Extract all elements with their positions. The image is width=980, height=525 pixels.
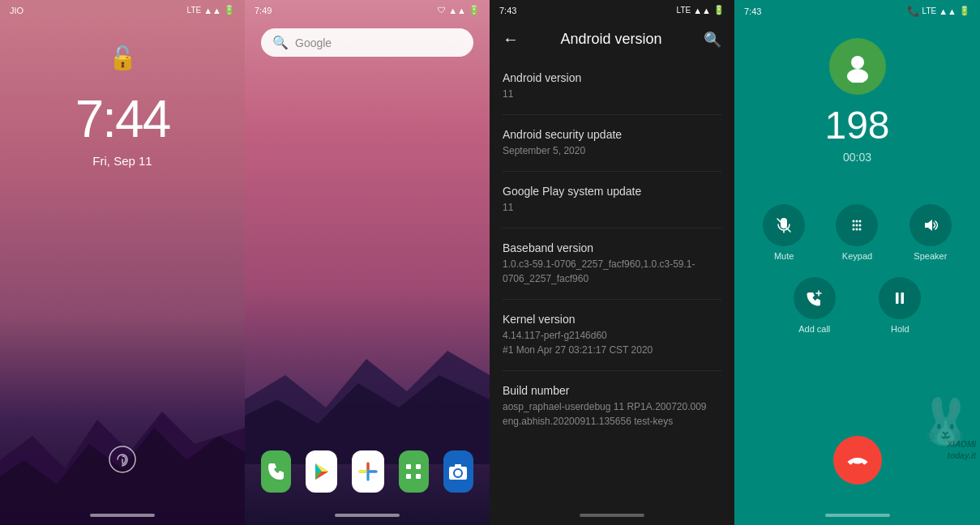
play-system-value: 11 [503, 200, 721, 215]
android-version-content: Android version 11 Android security upda… [490, 58, 734, 442]
status-icons-p3: LTE ▲▲ 🔋 [677, 5, 725, 15]
svg-point-27 [856, 228, 858, 231]
speaker-button[interactable]: Speaker [897, 204, 964, 261]
time-label-p4: 7:43 [744, 6, 761, 16]
home-bar-panel1 [90, 514, 155, 517]
svg-point-21 [856, 220, 858, 223]
dock-camera-icon[interactable] [443, 450, 473, 493]
battery-icon: 🔋 [224, 5, 235, 15]
keypad-button[interactable]: Keypad [824, 204, 890, 261]
home-screen-panel: 7:49 🛡 ▲▲ 🔋 🔍 Google [245, 0, 490, 525]
end-call-button[interactable] [833, 436, 882, 484]
svg-point-18 [847, 69, 868, 83]
lte-badge-p3: LTE [677, 6, 691, 15]
add-call-button[interactable]: Add call [775, 277, 854, 334]
svg-rect-9 [406, 464, 411, 469]
play-system-label: Google Play system update [503, 185, 721, 198]
svg-point-23 [853, 224, 855, 227]
xiaomi-site: today.it [947, 450, 976, 462]
signal-icon: ▲▲ [203, 6, 221, 15]
call-controls: Mute Keypad [734, 188, 980, 269]
lock-screen-date: Fri, Sep 11 [0, 154, 245, 168]
protect-icon: 🛡 [438, 6, 446, 15]
svg-rect-30 [896, 292, 899, 304]
svg-point-28 [859, 228, 862, 231]
svg-point-15 [456, 471, 460, 476]
contact-avatar [829, 38, 886, 95]
caller-number: 198 [734, 103, 980, 147]
svg-point-17 [851, 56, 864, 69]
android-version-item: Android version 11 [503, 58, 721, 115]
carrier-label: JIO [10, 6, 24, 15]
baseband-version-item: Baseband version 1.0.c3-59.1-0706_2257_f… [503, 228, 721, 300]
search-bar[interactable]: 🔍 Google [261, 28, 473, 57]
build-number-value: aosp_raphael-userdebug 11 RP1A.200720.00… [503, 399, 721, 429]
lock-screen-panel: JIO LTE ▲▲ 🔋 🔓 7:44 Fri, Sep 11 [0, 0, 245, 525]
search-placeholder: Google [295, 36, 332, 49]
svg-point-25 [859, 224, 862, 227]
battery-p4: 🔋 [959, 6, 970, 16]
time-label-p2: 7:49 [255, 6, 272, 15]
mute-circle [763, 204, 805, 246]
home-bar-panel4 [825, 514, 890, 517]
home-bar-panel2 [335, 514, 400, 517]
mountain-bg [0, 363, 245, 525]
dock-appdrawer-icon[interactable] [399, 450, 429, 493]
search-icon: 🔍 [272, 35, 289, 50]
call-status-icon: 📞 [907, 5, 920, 17]
status-bar-panel1: JIO LTE ▲▲ 🔋 [0, 0, 245, 20]
keypad-label: Keypad [842, 251, 872, 261]
android-version-label: Android version [503, 71, 721, 84]
call-screen-panel: 7:43 📞 LTE ▲▲ 🔋 198 00:03 Mute [734, 0, 980, 525]
svg-rect-12 [416, 474, 421, 479]
lte-badge-p4: LTE [922, 6, 937, 15]
signal-icon-p2: ▲▲ [448, 6, 466, 15]
xiaomi-watermark: XIAOMI today.it [947, 439, 976, 462]
android-version-panel: 7:43 LTE ▲▲ 🔋 ← Android version 🔍 Androi… [490, 0, 734, 525]
speaker-circle [909, 204, 952, 246]
dock-phone-icon[interactable] [261, 450, 291, 493]
dock-playstore-icon[interactable] [306, 450, 337, 493]
dock-photos-icon[interactable] [352, 450, 383, 493]
call-controls-row2: Add call Hold [734, 269, 980, 342]
hold-circle [879, 277, 921, 319]
toolbar-panel3: ← Android version 🔍 [490, 20, 734, 58]
back-button[interactable]: ← [503, 30, 519, 49]
battery-p3: 🔋 [713, 5, 725, 15]
play-system-update-item: Google Play system update 11 [503, 172, 721, 228]
time-label-p3: 7:43 [499, 6, 516, 15]
search-button-p3[interactable]: 🔍 [704, 31, 721, 49]
add-call-circle [794, 277, 836, 319]
baseband-label: Baseband version [503, 241, 721, 254]
home-bar-panel3 [580, 514, 644, 517]
security-update-value: September 5, 2020 [503, 143, 721, 158]
status-bar-panel2: 7:49 🛡 ▲▲ 🔋 [245, 0, 490, 20]
hold-button[interactable]: Hold [861, 277, 940, 334]
svg-marker-29 [925, 220, 932, 231]
lock-icon: 🔓 [109, 45, 137, 71]
hold-label: Hold [891, 324, 909, 334]
keypad-circle [836, 204, 878, 246]
xiaomi-brand: XIAOMI [947, 439, 976, 450]
mute-button[interactable]: Mute [751, 204, 817, 261]
lock-screen-time: 7:44 [0, 89, 245, 149]
security-update-item: Android security update September 5, 202… [503, 115, 721, 172]
status-icons-p4: 📞 LTE ▲▲ 🔋 [907, 5, 970, 17]
signal-p4: ▲▲ [939, 6, 956, 16]
baseband-value: 1.0.c3-59.1-0706_2257_facf960,1.0.c3-59.… [503, 257, 721, 286]
security-update-label: Android security update [503, 128, 721, 141]
svg-rect-31 [901, 292, 905, 304]
svg-point-22 [859, 220, 862, 223]
call-duration: 00:03 [734, 151, 980, 164]
svg-rect-16 [455, 464, 461, 467]
build-number-label: Build number [503, 384, 721, 397]
page-title-p3: Android version [560, 31, 661, 48]
battery-icon-p2: 🔋 [469, 5, 480, 15]
mute-label: Mute [774, 251, 794, 261]
fingerprint-icon[interactable] [108, 445, 137, 480]
signal-p3: ▲▲ [693, 6, 711, 15]
svg-point-26 [853, 228, 855, 231]
svg-rect-11 [406, 474, 411, 479]
status-icons-panel2: 🛡 ▲▲ 🔋 [438, 5, 480, 15]
android-version-value: 11 [503, 87, 721, 101]
